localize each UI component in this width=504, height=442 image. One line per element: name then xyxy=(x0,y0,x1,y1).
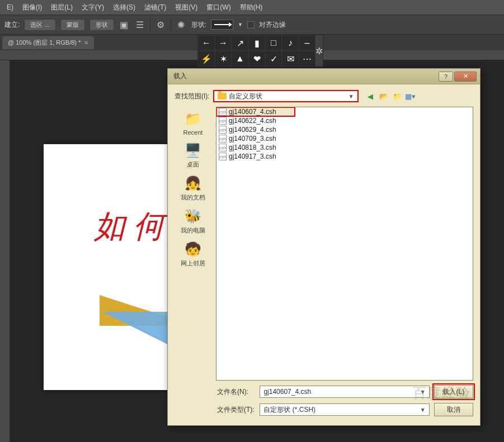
documents-icon: 👧 xyxy=(183,174,203,192)
file-icon: csh xyxy=(219,135,227,142)
place-computer[interactable]: 🐝我的电脑 xyxy=(181,207,205,235)
shape-thumb[interactable]: – xyxy=(299,35,315,51)
place-label: 我的文档 xyxy=(181,193,205,202)
path-op-icon[interactable]: ▣ xyxy=(119,19,130,30)
menu-item[interactable]: 文字(Y) xyxy=(77,3,109,12)
file-row[interactable]: cshgj140629_4.csh xyxy=(216,125,473,134)
chevron-down-icon: ▼ xyxy=(348,93,354,99)
filename-value: gj140607_4.csh xyxy=(263,388,311,396)
menu-item[interactable]: 选择(S) xyxy=(109,3,140,12)
load-dialog: 载入 ? ✕ 查找范围(I): 自定义形状 ▼ ◀ 📂 📁 ▦▾ 📁Recent xyxy=(167,68,481,426)
panel-menu-icon[interactable]: ✲ xyxy=(315,35,323,66)
shape-thumb[interactable]: ✉ xyxy=(282,51,299,66)
watermark: 百度经验 xyxy=(413,384,471,402)
divider xyxy=(171,18,171,31)
network-icon: 🧒 xyxy=(183,240,203,258)
file-row[interactable]: cshgj140622_4.csh xyxy=(216,116,473,125)
file-name: gj140607_4.csh xyxy=(229,108,276,116)
align-icon[interactable]: ☰ xyxy=(134,19,145,30)
filename-combo[interactable]: gj140607_4.csh▼ xyxy=(260,386,429,398)
selection-button[interactable]: 选区 ... xyxy=(24,19,55,31)
menu-item[interactable]: 图像(I) xyxy=(18,3,46,12)
close-icon[interactable]: ✕ xyxy=(84,40,88,46)
shape-preview-dropdown[interactable] xyxy=(211,20,233,30)
file-icon: csh xyxy=(219,144,227,151)
shapes-flyout-panel[interactable]: ← → ↗ ▮ □ ♪ – ⚡ ✶ ▲ ❤ ✓ ✉ ⋯ ✲ xyxy=(197,35,323,67)
dialog-titlebar[interactable]: 载入 ? ✕ xyxy=(168,69,480,84)
new-folder-icon[interactable]: 📁 xyxy=(392,91,402,101)
menu-item[interactable]: 图层(L) xyxy=(46,3,77,12)
divider xyxy=(150,18,150,31)
file-row[interactable]: cshgj140818_3.csh xyxy=(216,143,473,152)
align-edges-label: 对齐边缘 xyxy=(259,20,286,30)
vertical-ruler xyxy=(0,60,10,442)
file-icon: csh xyxy=(219,153,227,160)
menu-item[interactable]: 滤镜(T) xyxy=(140,3,171,12)
help-button[interactable]: ? xyxy=(439,72,453,82)
file-row[interactable]: cshgj140917_3.csh xyxy=(216,152,473,161)
align-edges-checkbox[interactable] xyxy=(247,21,255,28)
close-button[interactable]: ✕ xyxy=(454,72,477,82)
tab-title: @ 100% (图层 1, RGB/8) * xyxy=(8,39,81,47)
menu-item[interactable]: 窗口(W) xyxy=(202,3,235,12)
places-bar: 📁Recent 🖥️桌面 👧我的文档 🐝我的电脑 🧒网上邻居 xyxy=(175,107,211,381)
lookin-dropdown[interactable]: 自定义形状 ▼ xyxy=(213,90,359,102)
document-tab[interactable]: @ 100% (图层 1, RGB/8) * ✕ xyxy=(2,36,94,49)
cancel-button[interactable]: 取消 xyxy=(434,403,473,416)
file-name: gj140709_3.csh xyxy=(229,135,276,142)
shape-label: 形状: xyxy=(191,20,206,30)
shapes-grid: ← → ↗ ▮ □ ♪ – ⚡ ✶ ▲ ❤ ✓ ✉ ⋯ xyxy=(198,35,315,66)
shape-thumb[interactable]: ⋯ xyxy=(299,51,315,66)
back-icon[interactable]: ◀ xyxy=(365,91,375,101)
filetype-value: 自定形状 (*.CSH) xyxy=(263,405,315,415)
shape-thumb[interactable]: ❤ xyxy=(248,51,265,66)
file-row[interactable]: cshgj140607_4.csh xyxy=(216,107,295,116)
lookin-label: 查找范围(I): xyxy=(175,92,210,101)
shape-thumb[interactable]: ▮ xyxy=(248,35,265,51)
place-documents[interactable]: 👧我的文档 xyxy=(181,174,205,202)
shape-thumb[interactable]: → xyxy=(215,35,232,51)
chevron-down-icon: ▼ xyxy=(420,407,426,413)
file-icon: csh xyxy=(219,108,227,116)
menu-item[interactable]: 视图(V) xyxy=(171,3,202,12)
place-desktop[interactable]: 🖥️桌面 xyxy=(183,141,203,169)
blue-triangle-shape xyxy=(102,312,169,345)
shape-thumb[interactable]: ↗ xyxy=(232,35,248,51)
place-label: Recent xyxy=(183,129,203,136)
place-label: 网上邻居 xyxy=(181,259,205,268)
chevron-down-icon[interactable]: ▼ xyxy=(238,22,243,27)
file-row[interactable]: cshgj140709_3.csh xyxy=(216,134,473,143)
file-name: gj140818_3.csh xyxy=(229,144,276,151)
shape-thumb[interactable]: ✓ xyxy=(265,51,282,66)
menu-item[interactable]: 帮助(H) xyxy=(235,3,267,12)
shape-thumb[interactable]: ▲ xyxy=(232,51,248,66)
options-bar: 建立: 选区 ... 蒙版 形状 ▣ ☰ ⚙ ✺ 形状: ▼ 对齐边缘 xyxy=(0,15,504,35)
menu-item[interactable]: E) xyxy=(2,3,18,11)
shape-thumb[interactable]: ← xyxy=(198,35,215,51)
dialog-title: 载入 xyxy=(173,72,187,81)
computer-icon: 🐝 xyxy=(183,207,203,225)
arrow-icon xyxy=(214,24,230,25)
file-name: gj140622_4.csh xyxy=(229,117,276,125)
lookin-value: 自定义形状 xyxy=(229,92,262,101)
shape-thumb[interactable]: ✶ xyxy=(215,51,232,66)
file-list[interactable]: cshgj140607_4.csh cshgj140622_4.csh cshg… xyxy=(216,107,473,381)
mask-button[interactable]: 蒙版 xyxy=(60,19,85,31)
main-menubar: E) 图像(I) 图层(L) 文字(Y) 选择(S) 滤镜(T) 视图(V) 窗… xyxy=(0,0,504,15)
place-recent[interactable]: 📁Recent xyxy=(183,110,203,136)
desktop-icon: 🖥️ xyxy=(183,141,203,159)
gear-icon[interactable]: ✺ xyxy=(176,19,187,30)
shape-thumb[interactable]: ⚡ xyxy=(198,51,215,66)
place-label: 我的电脑 xyxy=(181,226,205,235)
filetype-combo[interactable]: 自定形状 (*.CSH)▼ xyxy=(260,403,429,416)
up-icon[interactable]: 📂 xyxy=(379,91,389,101)
canvas-text: 如 何 xyxy=(94,206,164,248)
file-icon: csh xyxy=(219,126,227,134)
filetype-label: 文件类型(T): xyxy=(217,405,255,415)
shape-thumb[interactable]: □ xyxy=(265,35,282,51)
place-network[interactable]: 🧒网上邻居 xyxy=(181,240,205,268)
shape-thumb[interactable]: ♪ xyxy=(282,35,299,51)
shape-button[interactable]: 形状 xyxy=(90,19,114,31)
settings-icon[interactable]: ⚙ xyxy=(155,19,166,30)
view-menu-icon[interactable]: ▦▾ xyxy=(406,91,416,101)
